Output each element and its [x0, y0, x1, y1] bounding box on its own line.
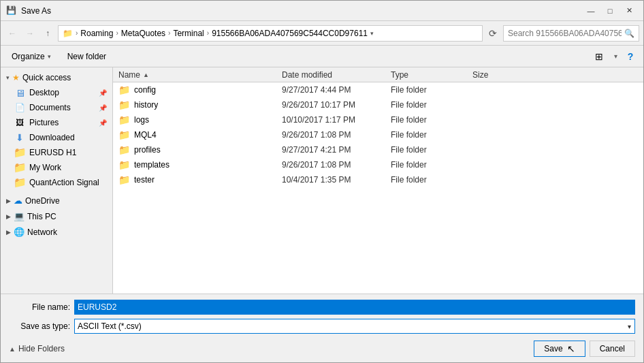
address-bar: ← → ↑ 📁 › Roaming › MetaQuotes › Termina…: [1, 21, 643, 46]
network-label: Network: [27, 227, 57, 237]
filename-input[interactable]: [74, 300, 635, 315]
dialog-title: Save As: [21, 6, 582, 16]
file-name: profiles: [134, 145, 161, 155]
column-type-header[interactable]: Type: [391, 70, 472, 80]
hide-folders-label: Hide Folders: [18, 344, 65, 353]
file-type: File folder: [391, 115, 472, 125]
sidebar-item-mywork[interactable]: 📁 My Work: [1, 160, 112, 175]
folder-icon: 📁: [118, 99, 130, 110]
documents-pin-icon: 📌: [99, 104, 107, 112]
minimize-button[interactable]: —: [582, 4, 600, 18]
hide-folders-button[interactable]: ▲ Hide Folders: [9, 344, 65, 353]
save-as-dialog: 💾 Save As — □ ✕ ← → ↑ 📁 › Roaming › Meta…: [0, 0, 644, 363]
view-button[interactable]: ⊞: [590, 48, 609, 65]
table-row[interactable]: 📁 history 9/26/2017 10:17 PM File folder: [113, 97, 643, 112]
close-button[interactable]: ✕: [620, 4, 638, 18]
desktop-label: Desktop: [29, 88, 95, 97]
folder-icon: 📁: [118, 174, 130, 185]
file-name: MQL4: [134, 130, 157, 140]
column-name-header[interactable]: Name ▲: [118, 70, 282, 80]
quantaction-icon: 📁: [14, 177, 25, 188]
path-roaming: Roaming: [80, 29, 113, 38]
table-row[interactable]: 📁 templates 9/26/2017 1:08 PM File folde…: [113, 157, 643, 172]
view-icon: ⊞: [595, 51, 603, 62]
folder-icon: 📁: [118, 129, 130, 140]
file-name: history: [134, 100, 158, 110]
sidebar-quick-access-header[interactable]: ▾ ★ Quick access: [1, 70, 112, 85]
file-name-cell: 📁 config: [118, 84, 282, 95]
onedrive-chevron-icon: ▶: [6, 198, 11, 204]
sidebar-network-header[interactable]: ▶ 🌐 Network: [1, 224, 112, 240]
sidebar-onedrive-header[interactable]: ▶ ☁ OneDrive: [1, 193, 112, 208]
maximize-button[interactable]: □: [601, 4, 619, 18]
sidebar-thispc-header[interactable]: ▶ 💻 This PC: [1, 208, 112, 224]
address-path[interactable]: 📁 › Roaming › MetaQuotes › Terminal › 91…: [58, 25, 483, 42]
sidebar-item-pictures[interactable]: 🖼 Pictures 📌: [1, 115, 112, 130]
table-row[interactable]: 📁 MQL4 9/26/2017 1:08 PM File folder: [113, 127, 643, 142]
onedrive-label: OneDrive: [25, 196, 60, 206]
file-name: config: [134, 85, 156, 95]
sidebar-item-eurusd[interactable]: 📁 EURUSD H1: [1, 145, 112, 160]
table-row[interactable]: 📁 logs 10/10/2017 1:17 PM File folder: [113, 112, 643, 127]
pictures-label: Pictures: [29, 118, 95, 127]
forward-button[interactable]: →: [22, 26, 37, 41]
file-name-cell: 📁 tester: [118, 174, 282, 185]
file-name: logs: [134, 115, 149, 125]
downloaded-label: Downloaded: [29, 133, 107, 142]
file-date: 9/26/2017 1:08 PM: [282, 130, 391, 140]
file-name-cell: 📁 MQL4: [118, 129, 282, 140]
file-name-cell: 📁 profiles: [118, 144, 282, 155]
title-bar: 💾 Save As — □ ✕: [1, 1, 643, 21]
thispc-label: This PC: [27, 212, 57, 221]
file-type: File folder: [391, 175, 472, 185]
sidebar-item-desktop[interactable]: 🖥 Desktop 📌: [1, 85, 112, 100]
path-terminal: Terminal: [173, 29, 204, 38]
path-metaquotes: MetaQuotes: [121, 29, 165, 38]
new-folder-button[interactable]: New folder: [62, 48, 112, 65]
desktop-icon: 🖥: [14, 87, 25, 98]
column-date-header[interactable]: Date modified: [282, 70, 391, 80]
file-name: tester: [134, 175, 155, 185]
toolbar: Organize ▾ New folder ⊞ ▾ ?: [1, 46, 643, 67]
refresh-button[interactable]: ⟳: [485, 26, 500, 41]
quick-access-label: Quick access: [22, 73, 71, 82]
sidebar-item-quantaction[interactable]: 📁 QuantAction Signal: [1, 175, 112, 190]
savetype-wrapper: ▾: [74, 319, 635, 334]
folder-icon: 📁: [118, 84, 130, 95]
file-name: templates: [134, 160, 170, 170]
quick-access-icon: ★: [12, 73, 20, 82]
pictures-icon: 🖼: [14, 117, 25, 128]
eurusd-icon: 📁: [14, 147, 25, 158]
cancel-button[interactable]: Cancel: [590, 341, 635, 357]
table-row[interactable]: 📁 config 9/27/2017 4:44 PM File folder: [113, 82, 643, 97]
file-date: 10/4/2017 1:35 PM: [282, 175, 391, 185]
savetype-label: Save as type:: [9, 321, 70, 331]
back-button[interactable]: ←: [5, 26, 20, 41]
help-button[interactable]: ?: [623, 49, 638, 64]
save-label: Save: [544, 344, 562, 353]
thispc-icon: 💻: [14, 211, 25, 221]
savetype-input[interactable]: [74, 319, 635, 334]
savetype-row: Save as type: ▾: [9, 319, 635, 334]
search-box[interactable]: 🔍: [503, 25, 639, 42]
title-icon: 💾: [6, 5, 17, 16]
path-guid: 915566BA06ADA407569C544CC0D97611: [212, 29, 368, 38]
search-icon: 🔍: [624, 29, 634, 38]
file-date: 9/26/2017 1:08 PM: [282, 160, 391, 170]
search-input[interactable]: [508, 29, 622, 38]
organize-button[interactable]: Organize ▾: [6, 48, 57, 65]
table-row[interactable]: 📁 tester 10/4/2017 1:35 PM File folder: [113, 172, 643, 187]
sidebar-item-documents[interactable]: 📄 Documents 📌: [1, 100, 112, 115]
sidebar: ▾ ★ Quick access 🖥 Desktop 📌 📄 Documents…: [1, 67, 113, 294]
column-size-header[interactable]: Size: [472, 70, 527, 80]
pictures-pin-icon: 📌: [99, 119, 107, 127]
eurusd-label: EURUSD H1: [29, 148, 107, 157]
table-row[interactable]: 📁 profiles 9/27/2017 4:21 PM File folder: [113, 142, 643, 157]
save-cursor-icon: ↖: [567, 343, 575, 354]
path-dropdown-icon[interactable]: ▾: [370, 30, 374, 37]
documents-icon: 📄: [14, 102, 25, 113]
new-folder-label: New folder: [67, 52, 106, 61]
up-button[interactable]: ↑: [40, 26, 55, 41]
save-button[interactable]: Save ↖: [534, 341, 585, 357]
sidebar-item-downloaded[interactable]: ⬇ Downloaded: [1, 130, 112, 145]
